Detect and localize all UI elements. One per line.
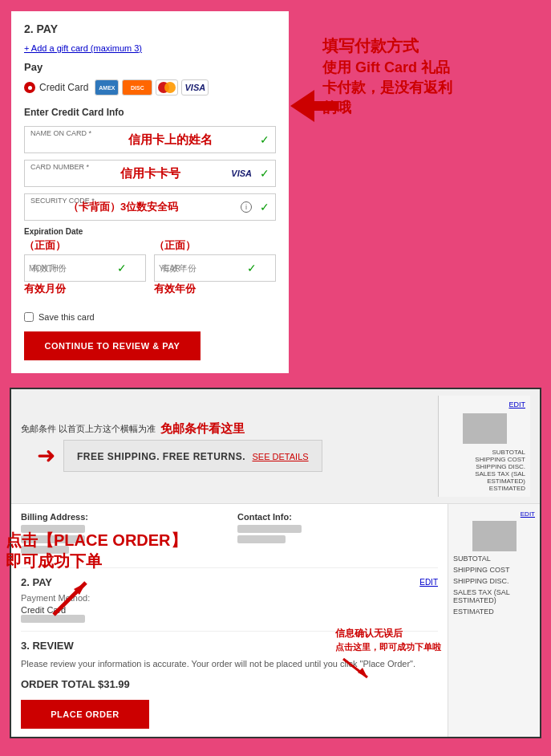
shipping-disc-label: SHIPPING DISC.	[444, 463, 525, 470]
expiry-row: （正面） 有效月份 MONTH * ✓ 有效月份 （正面） 有效年份	[24, 238, 276, 282]
name-annotation: 信用卡上的姓名	[128, 132, 213, 148]
subtotal-label: SUBTOTAL	[444, 449, 525, 456]
see-details-link[interactable]: SEE DETAILS	[252, 452, 308, 461]
save-card-row: Save this card	[24, 312, 276, 322]
amex-logo: AMEX	[95, 79, 119, 96]
right-ann3: 卡付款，是没有返利	[322, 78, 533, 98]
expiry-front1-annotation: （正面）	[24, 238, 146, 253]
right-ann1: 填写付款方式	[322, 34, 533, 58]
security-code-group: SECURITY CODE * （卡背面）3位数安全码 i ✓	[24, 193, 276, 221]
shipping-arrow-area: ➜ FREE SHIPPING. FREE RETURNS. SEE DETAI…	[21, 440, 431, 472]
section-title: 2. PAY	[24, 22, 276, 35]
shipping-sidebar: SHIPPING COST	[453, 566, 535, 574]
expiry-front2-annotation: （正面）	[154, 238, 276, 253]
shoe-image	[463, 413, 507, 444]
security-annotation: （卡背面）3位数安全码	[68, 200, 178, 214]
visa-in-field: VISA	[231, 169, 252, 178]
payment-methods-row: Credit Card AMEX DISC VISA	[24, 79, 276, 96]
expiry-month-group: （正面） 有效月份 MONTH * ✓ 有效月份	[24, 238, 146, 282]
pay-label: Pay	[24, 61, 276, 73]
confirm-ann1: 信息确认无误后	[335, 626, 441, 640]
expiry-label: Expiration Date	[24, 227, 276, 236]
shoe-image-sidebar	[472, 521, 517, 551]
place-order-button[interactable]: PLACE ORDER	[21, 700, 149, 729]
year-annotation: 有效年份	[154, 282, 196, 296]
edit-sidebar-link[interactable]: EDIT	[453, 510, 535, 518]
credit-card-option[interactable]: Credit Card	[24, 82, 88, 93]
billing-title: Billing Address:	[21, 512, 221, 522]
add-gift-card-link[interactable]: + Add a gift card (maximum 3)	[24, 43, 276, 53]
save-card-label: Save this card	[38, 312, 95, 322]
left-arrow-icon	[290, 90, 338, 125]
year-check-icon: ✓	[247, 262, 257, 274]
bottom-up-arrow	[46, 575, 187, 626]
shipping-condition-area: 免邮条件 以首页上方这个横幅为准 免邮条件看这里 ➜ FREE SHIPPING…	[21, 421, 431, 472]
shipping-highlight: 免邮条件看这里	[160, 421, 245, 437]
sales-tax-label: SALES TAX (SAL ESTIMATED)	[444, 470, 525, 485]
free-shipping-text: FREE SHIPPING. FREE RETURNS.	[77, 451, 245, 462]
svg-marker-0	[290, 90, 338, 122]
svg-marker-4	[358, 668, 367, 677]
enter-cc-label: Enter Credit Card Info	[24, 107, 276, 118]
pay-form-section: 2. PAY + Add a gift card (maximum 3) Pay…	[10, 10, 290, 375]
discover-logo: DISC	[122, 79, 152, 96]
credit-card-label: Credit Card	[39, 82, 88, 93]
year-label-inner: YEAR *	[159, 264, 186, 273]
shipping-condition-text: 免邮条件 以首页上方这个横幅为准	[21, 423, 156, 435]
name-check-icon: ✓	[260, 133, 269, 146]
radio-dot-inner	[28, 86, 32, 90]
bottom-ann2: 即可成功下单	[6, 551, 187, 571]
contact-title: Contact Info:	[237, 512, 438, 522]
estimated-label: ESTIMATED	[444, 485, 525, 492]
name-on-card-group: NAME ON CARD * 信用卡上的姓名 ✓	[24, 126, 276, 153]
estimated-sidebar: ESTIMATED	[453, 608, 535, 616]
bottom-left-annotation: 点击【PLACE ORDER】 即可成功下单	[6, 530, 187, 626]
continue-btn[interactable]: CONTINUE TO REVIEW & PAY	[24, 331, 201, 360]
confirm-arrow	[335, 655, 441, 686]
confirm-annotation: 信息确认无误后 点击这里，即可成功下单啦	[335, 626, 441, 687]
bottom-ann1: 点击【PLACE ORDER】	[6, 530, 187, 551]
name-on-card-label: NAME ON CARD *	[30, 129, 91, 137]
right-ann2: 使用 Gift Card 礼品	[322, 58, 533, 78]
sales-tax-sidebar: SALES TAX (SAL ESTIMATED)	[453, 588, 535, 604]
contact-col: Contact Info:	[237, 512, 438, 556]
card-number-check-icon: ✓	[260, 167, 269, 180]
security-info-icon[interactable]: i	[241, 201, 252, 213]
save-card-checkbox[interactable]	[24, 312, 34, 322]
expiry-year-group: （正面） 有效年份 YEAR * ✓ 有效年份	[154, 238, 276, 282]
free-shipping-banner: FREE SHIPPING. FREE RETURNS. SEE DETAILS	[63, 440, 322, 472]
order-summary-right-top: EDIT SUBTOTAL SHIPPING COST SHIPPING DIS…	[438, 396, 530, 497]
shipping-cost-label: SHIPPING COST	[444, 456, 525, 463]
card-logos: AMEX DISC VISA	[95, 79, 209, 96]
content-sidebar: EDIT SUBTOTAL SHIPPING COST SHIPPING DIS…	[448, 504, 540, 737]
contact-blurred-2	[237, 535, 286, 543]
edit-top-link[interactable]: EDIT	[508, 400, 525, 408]
right-ann4: 的哦	[322, 98, 533, 118]
right-annotation-box: 填写付款方式 使用 Gift Card 礼品 卡付款，是没有返利 的哦	[290, 10, 541, 375]
security-check-icon: ✓	[260, 201, 269, 213]
shipping-top-bar: 免邮条件 以首页上方这个横幅为准 免邮条件看这里 ➜ FREE SHIPPING…	[11, 389, 540, 504]
month-label-inner: MONTH *	[29, 264, 63, 273]
month-check-icon: ✓	[117, 262, 127, 274]
subtotal-sidebar: SUBTOTAL	[453, 555, 535, 563]
credit-card-radio[interactable]	[24, 82, 35, 93]
month-annotation: 有效月份	[24, 282, 66, 296]
visa-logo: VISA	[181, 79, 209, 96]
right-annotation-text: 填写付款方式 使用 Gift Card 礼品 卡付款，是没有返利 的哦	[322, 34, 533, 119]
shipping-disc-sidebar: SHIPPING DISC.	[453, 577, 535, 585]
shipping-arrow-right: ➜	[37, 442, 55, 469]
contact-blurred-1	[237, 525, 302, 533]
confirm-ann2: 点击这里，即可成功下单啦	[335, 640, 441, 654]
card-num-annotation: 信用卡卡号	[120, 166, 180, 181]
card-number-group: CARD NUMBER * 信用卡卡号 VISA ✓	[24, 160, 276, 187]
card-number-label: CARD NUMBER *	[30, 163, 89, 171]
edit-pay-link[interactable]: EDIT	[419, 578, 438, 587]
mastercard-logo	[156, 79, 178, 96]
edit-row-top: EDIT	[444, 400, 525, 408]
